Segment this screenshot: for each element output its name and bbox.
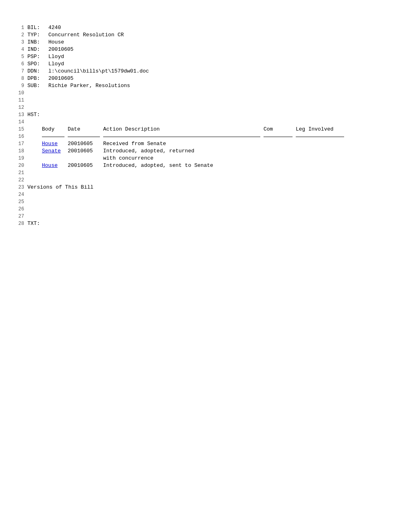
label-txt: TXT: — [27, 220, 48, 227]
line-num-7: 7 — [16, 68, 27, 75]
line-num-10: 10 — [16, 89, 27, 97]
line-10: 10 — [16, 89, 395, 97]
row17-body: House — [42, 140, 64, 148]
line-num-20: 20 — [16, 162, 27, 169]
line-num-22: 22 — [16, 177, 27, 184]
line-8: 8 DPB:20010605 — [16, 75, 395, 82]
value-bil: 4240 — [48, 25, 61, 31]
line-num-18: 18 — [16, 148, 27, 155]
label-ddn: DDN: — [27, 68, 48, 75]
line-13: 13 HST: — [16, 111, 395, 118]
line-12: 12 — [16, 104, 395, 111]
line-num-24: 24 — [16, 191, 27, 198]
line-num-25: 25 — [16, 198, 27, 206]
document-content: 1 BIL:4240 2 TYP:Concurrent Resolution C… — [16, 24, 395, 227]
table-row-17: 17 House 20010605 Received from Senate — [16, 140, 395, 148]
line-14: 14 — [16, 118, 395, 126]
line-3: 3 INB:House — [16, 39, 395, 46]
line-content-5: PSP:Lloyd — [27, 53, 395, 60]
value-dpb: 20010605 — [48, 75, 73, 81]
value-typ: Concurrent Resolution CR — [48, 32, 124, 38]
col-header-date: Date — [68, 126, 100, 133]
row18-body: Senate — [42, 148, 64, 155]
value-sub: Richie Parker, Resolutions — [48, 83, 130, 89]
row17-date: 20010605 — [68, 140, 100, 148]
table-row-20: 20 House 20010605 Introduced, adopted, s… — [16, 162, 395, 169]
line-content-13: HST: — [27, 111, 395, 118]
label-ind: IND: — [27, 46, 48, 53]
line-content-2: TYP:Concurrent Resolution CR — [27, 31, 395, 39]
line-4: 4 IND:20010605 — [16, 46, 395, 53]
label-spo: SPO: — [27, 60, 48, 68]
label-psp: PSP: — [27, 53, 48, 60]
label-dpb: DPB: — [27, 75, 48, 82]
col-header-com: Com — [264, 126, 293, 133]
value-inb: House — [48, 39, 64, 45]
line-num-16: 16 — [16, 133, 27, 140]
line-content-28: TXT: — [27, 220, 395, 227]
line-num-8: 8 — [16, 75, 27, 82]
row18-action: Introduced, adopted, returned — [103, 148, 260, 155]
line-num-14: 14 — [16, 118, 27, 126]
line-11: 11 — [16, 97, 395, 104]
line-num-12: 12 — [16, 104, 27, 111]
label-bil: BIL: — [27, 24, 48, 31]
line-num-26: 26 — [16, 206, 27, 213]
line-7: 7 DDN:l:\council\bills\pt\1579dw01.doc — [16, 68, 395, 75]
label-hst: HST: — [27, 111, 48, 118]
line-num-3: 3 — [16, 39, 27, 46]
table-separator: 16 — [16, 133, 395, 140]
value-ddn: l:\council\bills\pt\1579dw01.doc — [48, 68, 149, 74]
line-num-23: 23 — [16, 184, 27, 191]
house-link-20[interactable]: House — [42, 162, 58, 168]
row18-date: 20010605 — [68, 148, 100, 155]
line-1: 1 BIL:4240 — [16, 24, 395, 31]
line-6: 6 SPO:Lloyd — [16, 60, 395, 68]
col-header-body: Body — [42, 126, 64, 133]
line-5: 5 PSP:Lloyd — [16, 53, 395, 60]
line-24: 24 — [16, 191, 395, 198]
label-sub: SUB: — [27, 82, 48, 89]
line-num-11: 11 — [16, 97, 27, 104]
table-row-19: 19 with concurrence — [16, 155, 395, 162]
line-content-9: SUB:Richie Parker, Resolutions — [27, 82, 395, 89]
line-num-15: 15 — [16, 126, 27, 133]
line-26: 26 — [16, 206, 395, 213]
label-inb: INB: — [27, 39, 48, 46]
label-typ: TYP: — [27, 31, 48, 39]
line-num-28: 28 — [16, 220, 27, 227]
line-25: 25 — [16, 198, 395, 206]
line-28: 28 TXT: — [16, 220, 395, 227]
line-num-2: 2 — [16, 31, 27, 39]
table-row-18: 18 Senate 20010605 Introduced, adopted, … — [16, 148, 395, 155]
value-ind: 20010605 — [48, 46, 73, 52]
line-num-21: 21 — [16, 169, 27, 177]
line-num-5: 5 — [16, 53, 27, 60]
row19-continuation: with concurrence — [103, 155, 260, 162]
row20-body: House — [42, 162, 64, 169]
col-header-action: Action Description — [103, 126, 260, 133]
line-content-4: IND:20010605 — [27, 46, 395, 53]
line-num-6: 6 — [16, 60, 27, 68]
value-spo: Lloyd — [48, 61, 64, 67]
row17-action: Received from Senate — [103, 140, 260, 148]
line-27: 27 — [16, 213, 395, 220]
line-content-7: DDN:l:\council\bills\pt\1579dw01.doc — [27, 68, 395, 75]
line-content-6: SPO:Lloyd — [27, 60, 395, 68]
senate-link-18[interactable]: Senate — [42, 148, 61, 154]
versions-label: Versions of This Bill — [27, 184, 395, 191]
line-content-1: BIL:4240 — [27, 24, 395, 31]
line-num-4: 4 — [16, 46, 27, 53]
line-num-17: 17 — [16, 140, 27, 148]
line-22: 22 — [16, 177, 395, 184]
line-num-19: 19 — [16, 155, 27, 162]
line-num-13: 13 — [16, 111, 27, 118]
line-2: 2 TYP:Concurrent Resolution CR — [16, 31, 395, 39]
row20-action: Introduced, adopted, sent to Senate — [103, 162, 260, 169]
line-num-27: 27 — [16, 213, 27, 220]
house-link-17[interactable]: House — [42, 141, 58, 147]
line-content-8: DPB:20010605 — [27, 75, 395, 82]
line-num-9: 9 — [16, 82, 27, 89]
row20-date: 20010605 — [68, 162, 100, 169]
line-content-3: INB:House — [27, 39, 395, 46]
